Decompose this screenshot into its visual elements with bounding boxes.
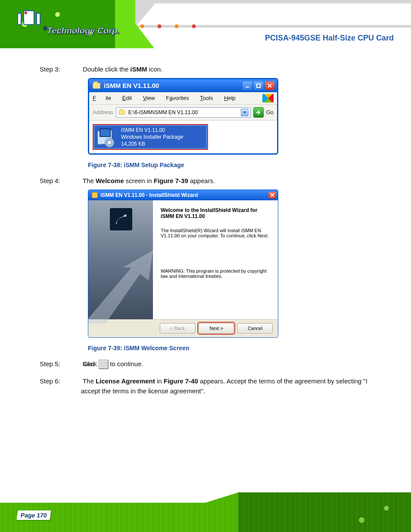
msi-icon [92, 192, 98, 198]
close-button[interactable] [265, 81, 274, 90]
header-dot-accent [138, 24, 241, 28]
menubar: File Edit View Favorites Tools Help [89, 92, 277, 105]
back-button: < Back [160, 323, 195, 333]
page-header: ®Technology Corp. PCISA-945GSE Half-Size… [0, 0, 411, 48]
window-titlebar[interactable]: iSMM EN V1.11.00 [89, 79, 277, 92]
step-6: Step 6: The License Agreement in Figure … [60, 376, 385, 396]
close-button[interactable] [268, 192, 276, 199]
brand-logo [17, 10, 41, 28]
iei-logo-icon [17, 10, 41, 28]
step-4: Step 4: The Welcome screen in Figure 7-3… [60, 176, 385, 186]
go-label: Go [266, 109, 274, 115]
next-keycap: Next [99, 360, 108, 369]
menu-file[interactable]: File [93, 95, 111, 101]
wizard-welcome-heading: Welcome to the InstallShield Wizard for … [161, 207, 270, 219]
wizard-titlebar[interactable]: iSMM EN V1.11.00 - InstallShield Wizard [88, 190, 278, 200]
address-dropdown-button[interactable] [241, 109, 249, 116]
maximize-button[interactable] [254, 81, 263, 90]
next-button[interactable]: Next > [199, 323, 234, 333]
folder-icon [93, 83, 100, 89]
address-label: Address [93, 109, 113, 115]
wizard-body: Welcome to the InstallShield Wizard for … [88, 200, 278, 319]
msi-package-icon [96, 127, 117, 147]
installshield-window: iSMM EN V1.11.00 - InstallShield Wizard … [88, 190, 278, 338]
svg-rect-1 [257, 84, 260, 87]
side-arrow-icon [88, 250, 162, 324]
address-input[interactable]: E:\6-iSMM\iSMM EN V1.11.00 [116, 107, 251, 118]
address-bar: Address E:\6-iSMM\iSMM EN V1.11.00 Go [89, 105, 277, 121]
brand-tagline: ®Technology Corp. [43, 26, 120, 35]
windows-flag-icon [262, 94, 274, 103]
wizard-side-graphic [88, 200, 153, 319]
figure-caption-7-39: Figure 7-39: iSMM Welcome Screen [88, 345, 385, 352]
model-name: PCISA-945GSE Half-Size CPU Card [265, 34, 394, 43]
menu-view[interactable]: View [143, 95, 155, 101]
go-button[interactable] [253, 107, 264, 118]
file-item-ismm[interactable]: iSMM EN V1.11.00 Windows Installer Packa… [93, 124, 208, 150]
installshield-logo-icon [110, 208, 132, 230]
step-5: Step 5: Click Next to continue. [60, 359, 385, 369]
wizard-warning: WARNING: This program is protected by co… [161, 268, 270, 279]
wizard-title: iSMM EN V1.11.00 - InstallShield Wizard [100, 192, 198, 198]
wizard-main: Welcome to the InstallShield Wizard for … [153, 200, 278, 319]
page-footer: Page 170 [0, 485, 411, 532]
page-number: Page 170 [17, 510, 50, 520]
file-item-label: iSMM EN V1.11.00 Windows Installer Packa… [121, 127, 183, 148]
menu-tools[interactable]: Tools [200, 95, 213, 101]
explorer-body[interactable]: iSMM EN V1.11.00 Windows Installer Packa… [89, 121, 277, 154]
wizard-paragraph-1: The InstallShield(R) Wizard will install… [161, 228, 270, 238]
page-content: Step 3: Double click the iSMM icon. iSMM… [0, 48, 411, 413]
menu-edit[interactable]: Edit [122, 95, 132, 101]
minimize-button[interactable] [243, 81, 252, 90]
svg-rect-0 [246, 87, 249, 87]
cancel-button[interactable]: Cancel [237, 323, 273, 333]
folder-icon [119, 110, 125, 115]
step-3: Step 3: Double click the iSMM icon. [60, 65, 385, 75]
menu-favorites[interactable]: Favorites [166, 95, 189, 101]
explorer-window: iSMM EN V1.11.00 File Edit View Favorite… [88, 78, 278, 155]
menu-help[interactable]: Help [224, 95, 236, 101]
address-value: E:\6-iSMM\iSMM EN V1.11.00 [128, 109, 238, 115]
figure-caption-7-38: Figure 7-38: iSMM Setup Package [88, 162, 385, 168]
window-title: iSMM EN V1.11.00 [104, 82, 159, 89]
